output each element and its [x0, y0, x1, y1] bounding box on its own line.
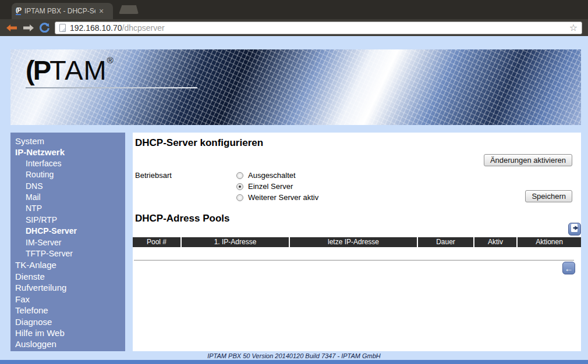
pools-title: DHCP-Adress Pools — [135, 213, 229, 224]
sidebar-nav: SystemIP-NetzwerkInterfacesRoutingDNSMai… — [10, 133, 125, 351]
sidebar-item-dns[interactable]: DNS — [15, 181, 125, 192]
iptam-banner: (PTAM® — [10, 49, 581, 125]
browser-titlebar: (P IPTAM PBX - DHCP-Server × — [0, 0, 588, 19]
table-header-aktionen: Aktionen — [518, 237, 581, 247]
new-tab-button[interactable] — [119, 5, 139, 14]
add-entry-icon — [571, 223, 579, 235]
sidebar-item-diagnose[interactable]: Diagnose — [15, 316, 125, 327]
page-title: DHCP-Server konfigurieren — [135, 137, 263, 149]
sidebar-item-dhcp-server[interactable]: DHCP-Server — [15, 226, 125, 237]
radio-label: Einzel Server — [248, 182, 293, 191]
radio-label: Ausgeschaltet — [248, 171, 296, 180]
sidebar-item-sip-rtp[interactable]: SIP/RTP — [15, 215, 125, 226]
radio-option-weiterer-server-aktiv[interactable]: Weiterer Server aktiv — [236, 192, 318, 203]
logo-ip: (P — [26, 55, 49, 85]
sidebar-item-rufverteilung[interactable]: Rufverteilung — [15, 282, 125, 293]
back-arrow-icon: ← — [565, 264, 573, 273]
radio-button-icon[interactable] — [236, 183, 243, 190]
tab-title: IPTAM PBX - DHCP-Server — [24, 7, 95, 15]
page-icon — [59, 24, 66, 32]
page-body: (PTAM® SystemIP-NetzwerkInterfacesRoutin… — [0, 36, 588, 364]
logo-tam: TAM — [49, 55, 107, 85]
table-header-1-ip-adresse: 1. IP-Adresse — [182, 237, 289, 247]
sidebar-item-ntp[interactable]: NTP — [15, 203, 125, 214]
radio-label: Weiterer Server aktiv — [248, 193, 318, 202]
sidebar-item-tftp-server[interactable]: TFTP-Server — [15, 248, 125, 259]
back-nav-icon[interactable] — [6, 24, 17, 32]
sidebar-item-dienste[interactable]: Dienste — [15, 271, 125, 282]
back-button[interactable]: ← — [562, 262, 575, 274]
radio-option-einzel-server[interactable]: Einzel Server — [236, 181, 318, 192]
pool-table: Pool #1. IP-Adresseletze IP-AdresseDauer… — [133, 237, 581, 247]
sidebar-item-routing[interactable]: Routing — [15, 169, 125, 180]
sidebar-item-ausloggen[interactable]: Ausloggen — [15, 338, 125, 349]
table-header-letze-ip-adresse: letze IP-Adresse — [290, 237, 417, 247]
browser-chrome: (P IPTAM PBX - DHCP-Server × 192.168.10.… — [0, 0, 588, 36]
sidebar-item-im-server[interactable]: IM-Server — [15, 237, 125, 248]
forward-nav-icon[interactable] — [23, 24, 34, 32]
main-content: DHCP-Server konfigurieren Änderungen akt… — [133, 133, 581, 351]
sidebar-item-system[interactable]: System — [15, 135, 125, 147]
betriebsart-label: Betriebsart — [135, 171, 172, 180]
iptam-favicon-icon: (P — [16, 7, 21, 15]
footer-version-text: IPTAM PBX 50 Version 20140120 Build 7347… — [0, 352, 588, 359]
table-header-dauer: Dauer — [418, 237, 473, 247]
activate-changes-button[interactable]: Änderungen aktivieren — [484, 154, 572, 166]
sidebar-item-ip-netzwerk[interactable]: IP-Netzwerk — [15, 147, 125, 158]
logo-underline — [26, 87, 197, 88]
sidebar-item-mail[interactable]: Mail — [15, 192, 125, 203]
sidebar-item-interfaces[interactable]: Interfaces — [15, 158, 125, 169]
sidebar-item-telefone[interactable]: Telefone — [15, 305, 125, 316]
table-header-aktiv: Aktiv — [474, 237, 516, 247]
radio-option-ausgeschaltet[interactable]: Ausgeschaltet — [236, 170, 318, 181]
save-button[interactable]: Speichern — [525, 190, 572, 202]
browser-toolbar: 192.168.10.70/dhcpserver ☆ — [0, 19, 588, 36]
sidebar-item-hilfe-im-web[interactable]: Hilfe im Web — [15, 327, 125, 338]
bookmark-star-icon[interactable]: ☆ — [569, 23, 578, 33]
add-pool-button[interactable] — [568, 223, 581, 235]
radio-button-icon[interactable] — [236, 172, 243, 179]
separator-line — [134, 260, 574, 260]
iptam-logo: (PTAM® — [26, 54, 197, 88]
sidebar-item-fax[interactable]: Fax — [15, 294, 125, 305]
browser-tab[interactable]: (P IPTAM PBX - DHCP-Server × — [12, 3, 113, 19]
bottom-bar — [0, 360, 588, 364]
reload-icon[interactable] — [40, 23, 49, 33]
sidebar-item-tk-anlage[interactable]: TK-Anlage — [15, 259, 125, 270]
betriebsart-radio-group: AusgeschaltetEinzel ServerWeiterer Serve… — [236, 170, 318, 203]
tab-close-icon[interactable]: × — [99, 7, 104, 15]
url-text[interactable]: 192.168.10.70/dhcpserver — [70, 23, 165, 33]
address-bar[interactable]: 192.168.10.70/dhcpserver ☆ — [55, 22, 582, 34]
radio-button-icon[interactable] — [236, 194, 243, 201]
table-header-pool: Pool # — [133, 237, 180, 247]
logo-registered-mark: ® — [107, 55, 114, 65]
